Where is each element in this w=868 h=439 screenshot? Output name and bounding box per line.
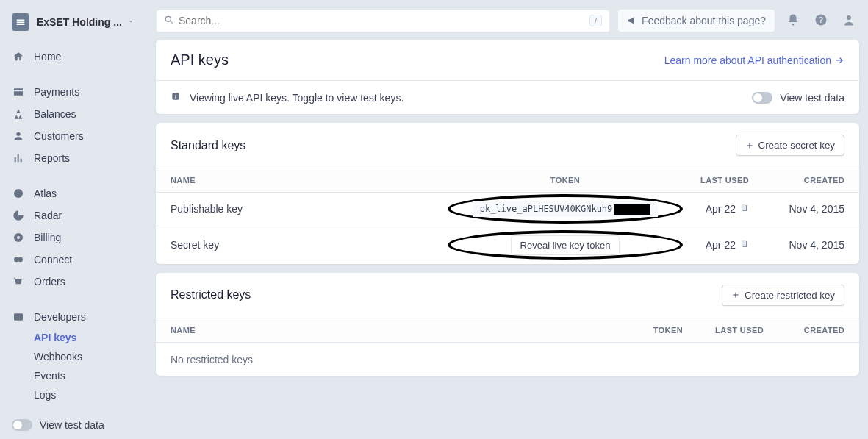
nav-orders[interactable]: Orders — [0, 271, 147, 293]
nav-logs[interactable]: Logs — [0, 385, 147, 404]
svg-text:?: ? — [819, 15, 823, 24]
search-box[interactable]: / — [156, 10, 610, 32]
arrow-right-icon — [834, 55, 844, 65]
nav-billing[interactable]: Billing — [0, 226, 147, 249]
nav-balances[interactable]: Balances — [0, 103, 147, 125]
std-table-header: NAME TOKEN LAST USED CREATED — [156, 168, 859, 193]
svg-rect-14 — [742, 204, 746, 210]
nav-label: Home — [34, 51, 61, 63]
res-table-header: NAME TOKEN LAST USED CREATED — [156, 318, 859, 343]
plus-icon — [731, 290, 740, 299]
svg-point-1 — [14, 189, 23, 198]
page-title: API keys — [171, 51, 664, 68]
col-name: NAME — [171, 326, 617, 335]
main: / Feedback about this page? ? API keys L… — [147, 0, 868, 439]
restricted-keys-card: Restricted keys Create restricted key NA… — [156, 273, 859, 376]
org-switcher[interactable]: ExSET Holding ... — [0, 9, 147, 41]
create-secret-label: Create secret key — [758, 140, 835, 151]
restricted-keys-title: Restricted keys — [171, 288, 722, 301]
banner-text: Viewing live API keys. Toggle to view te… — [190, 92, 752, 104]
user-icon[interactable] — [842, 13, 856, 29]
col-token: TOKEN — [617, 326, 683, 335]
reveal-label: Reveal live key token — [520, 240, 611, 251]
nav-label: Connect — [34, 254, 72, 265]
nav-label: Payments — [34, 86, 79, 98]
org-name: ExSET Holding ... — [37, 16, 122, 28]
nav-reports[interactable]: Reports — [0, 147, 147, 169]
nav-connect[interactable]: Connect — [0, 249, 147, 271]
create-secret-key-button[interactable]: Create secret key — [736, 135, 844, 156]
nav-payments[interactable]: Payments — [0, 81, 147, 103]
nav-home[interactable]: Home — [0, 46, 147, 68]
learn-more-link[interactable]: Learn more about API authentication — [664, 54, 844, 66]
nav-label: Webhooks — [34, 351, 82, 363]
last-used: Apr 22 — [706, 203, 736, 215]
svg-point-10 — [847, 15, 851, 20]
standard-keys-title: Standard keys — [171, 139, 736, 152]
sidebar-test-toggle-row[interactable]: View test data — [0, 412, 147, 438]
search-shortcut: / — [589, 15, 602, 26]
nav-radar[interactable]: Radar — [0, 204, 147, 226]
tag-icon — [12, 85, 25, 99]
nav-label: Balances — [34, 108, 76, 120]
orders-icon — [12, 275, 25, 288]
nav-customers[interactable]: Customers — [0, 125, 147, 147]
banner-toggle-label: View test data — [780, 92, 844, 104]
nav-label: Orders — [34, 276, 65, 288]
help-icon[interactable]: ? — [814, 13, 828, 29]
key-name: Secret key — [171, 239, 455, 251]
create-restricted-key-button[interactable]: Create restricted key — [722, 285, 844, 306]
developers-icon — [12, 310, 25, 324]
banner-test-toggle[interactable] — [752, 92, 772, 104]
home-icon — [12, 50, 25, 63]
col-created: CREATED — [764, 176, 844, 185]
redacted-icon — [614, 204, 650, 215]
nav-label: Logs — [34, 389, 56, 401]
search-input[interactable] — [179, 15, 589, 26]
nav-apikeys[interactable]: API keys — [0, 328, 147, 347]
billing-icon — [12, 231, 25, 244]
clipboard-icon[interactable] — [740, 239, 749, 251]
col-last: LAST USED — [683, 326, 764, 335]
sidebar: ExSET Holding ... Home Payments Balances — [0, 0, 147, 439]
bell-icon[interactable] — [786, 13, 800, 29]
nav-webhooks[interactable]: Webhooks — [0, 347, 147, 366]
nav-label: Customers — [34, 130, 84, 142]
atlas-icon — [12, 187, 25, 200]
nav-label: Billing — [34, 232, 61, 243]
nav-atlas[interactable]: Atlas — [0, 182, 147, 204]
svg-point-3 — [17, 236, 20, 239]
plus-icon — [745, 141, 754, 150]
nav-events[interactable]: Events — [0, 366, 147, 385]
empty-state: No restricted keys — [156, 343, 859, 376]
search-icon — [164, 15, 174, 27]
test-toggle[interactable] — [12, 419, 32, 431]
header-card: API keys Learn more about API authentica… — [156, 40, 859, 114]
feedback-label: Feedback about this page? — [642, 15, 766, 26]
info-icon: i — [171, 91, 181, 104]
reveal-token-button[interactable]: Reveal live key token — [511, 235, 620, 255]
svg-rect-16 — [742, 240, 746, 246]
topbar: / Feedback about this page? ? — [156, 9, 859, 32]
nav-label: API keys — [34, 332, 76, 343]
org-logo-icon — [12, 13, 29, 31]
clipboard-icon[interactable] — [740, 203, 749, 215]
nav-developers[interactable]: Developers — [0, 306, 147, 328]
svg-text:i: i — [175, 93, 176, 100]
col-token: TOKEN — [455, 176, 675, 185]
col-created: CREATED — [764, 326, 844, 335]
balance-icon — [12, 107, 25, 121]
toggle-label: View test data — [40, 419, 104, 431]
nav-label: Reports — [34, 152, 70, 164]
svg-point-0 — [16, 132, 20, 136]
chevron-down-icon — [126, 16, 135, 28]
created-date: Nov 4, 2015 — [764, 239, 844, 251]
key-name: Publishable key — [171, 203, 455, 215]
col-last: LAST USED — [675, 176, 749, 185]
feedback-button[interactable]: Feedback about this page? — [617, 9, 775, 32]
svg-point-5 — [18, 257, 23, 263]
publishable-key-token[interactable]: pk_live_aPLHESUV40KGNkuh9 — [473, 201, 659, 217]
customers-icon — [12, 129, 25, 143]
standard-keys-card: Standard keys Create secret key NAME TOK… — [156, 123, 859, 264]
token-text: pk_live_aPLHESUV40KGNkuh9 — [480, 204, 613, 214]
